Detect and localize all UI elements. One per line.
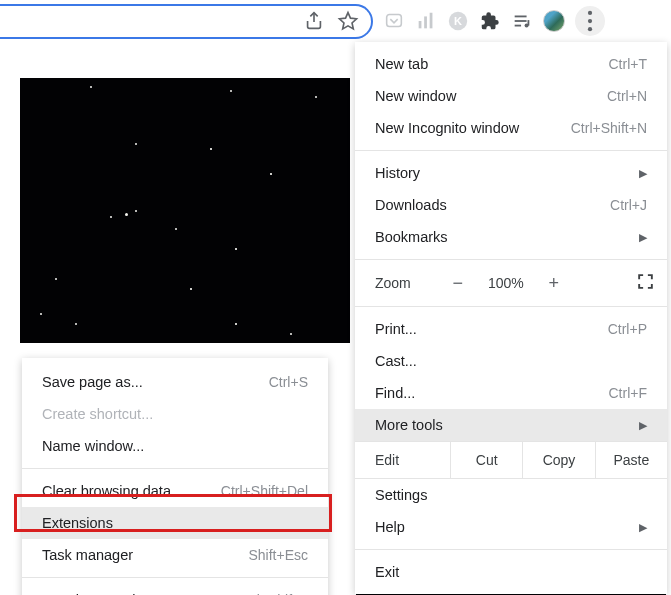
menu-new-incognito[interactable]: New Incognito window Ctrl+Shift+N [355, 112, 667, 144]
svg-point-14 [588, 27, 592, 31]
menu-label: Help [375, 519, 405, 535]
menu-more-tools[interactable]: More tools ▶ [355, 409, 667, 441]
fullscreen-icon[interactable] [636, 272, 655, 294]
browser-toolbar: K [0, 0, 671, 42]
copy-button[interactable]: Copy [522, 442, 594, 478]
menu-label: Exit [375, 564, 399, 580]
svg-rect-1 [387, 15, 402, 27]
chevron-right-icon: ▶ [639, 521, 647, 534]
submenu-developer-tools[interactable]: Developer tools Ctrl+Shift+I [22, 584, 328, 595]
page-content-image [20, 78, 350, 343]
menu-label: Settings [375, 487, 427, 503]
submenu-clear-browsing[interactable]: Clear browsing data... Ctrl+Shift+Del [22, 475, 328, 507]
menu-label: Find... [375, 385, 415, 401]
zoom-value: 100% [481, 275, 531, 291]
shortcut: Ctrl+Shift+N [571, 120, 647, 136]
menu-label: Extensions [42, 515, 113, 531]
menu-label: New window [375, 88, 456, 104]
shortcut: Ctrl+P [608, 321, 647, 337]
menu-new-window[interactable]: New window Ctrl+N [355, 80, 667, 112]
menu-label: Downloads [375, 197, 447, 213]
more-tools-submenu: Save page as... Ctrl+S Create shortcut..… [22, 358, 328, 595]
menu-label: Bookmarks [375, 229, 448, 245]
submenu-extensions[interactable]: Extensions [22, 507, 328, 539]
shortcut: Ctrl+T [609, 56, 648, 72]
star-icon[interactable] [337, 10, 359, 32]
chevron-right-icon: ▶ [639, 167, 647, 180]
menu-divider [22, 577, 328, 578]
chevron-right-icon: ▶ [639, 419, 647, 432]
zoom-label: Zoom [375, 275, 411, 291]
menu-label: New tab [375, 56, 428, 72]
k-circle-icon[interactable]: K [447, 10, 469, 32]
menu-downloads[interactable]: Downloads Ctrl+J [355, 189, 667, 221]
zoom-out-button[interactable]: − [443, 273, 473, 294]
menu-new-tab[interactable]: New tab Ctrl+T [355, 48, 667, 80]
puzzle-icon[interactable] [479, 10, 501, 32]
shortcut: Ctrl+N [607, 88, 647, 104]
menu-label: Clear browsing data... [42, 483, 183, 499]
menu-zoom: Zoom − 100% + [355, 266, 667, 300]
menu-bookmarks[interactable]: Bookmarks ▶ [355, 221, 667, 253]
submenu-save-page[interactable]: Save page as... Ctrl+S [22, 366, 328, 398]
svg-point-13 [588, 19, 592, 23]
submenu-task-manager[interactable]: Task manager Shift+Esc [22, 539, 328, 571]
shortcut: Ctrl+S [269, 374, 308, 390]
menu-exit[interactable]: Exit [355, 556, 667, 588]
menu-label: Cast... [375, 353, 417, 369]
menu-label: Print... [375, 321, 417, 337]
svg-text:K: K [454, 15, 462, 27]
shortcut: Shift+Esc [248, 547, 308, 563]
analytics-icon[interactable] [415, 10, 437, 32]
menu-label: Task manager [42, 547, 133, 563]
chevron-right-icon: ▶ [639, 231, 647, 244]
share-icon[interactable] [303, 10, 325, 32]
omnibox[interactable] [0, 4, 373, 39]
shortcut: Ctrl+J [610, 197, 647, 213]
svg-rect-4 [430, 13, 433, 29]
menu-history[interactable]: History ▶ [355, 157, 667, 189]
menu-label: More tools [375, 417, 443, 433]
menu-find[interactable]: Find... Ctrl+F [355, 377, 667, 409]
menu-label: Save page as... [42, 374, 143, 390]
svg-rect-3 [424, 16, 427, 28]
pocket-icon[interactable] [383, 10, 405, 32]
menu-divider [22, 468, 328, 469]
menu-divider [355, 259, 667, 260]
menu-label: Create shortcut... [42, 406, 153, 422]
svg-rect-2 [419, 21, 422, 28]
toolbar-icons: K [373, 6, 605, 36]
submenu-create-shortcut: Create shortcut... [22, 398, 328, 430]
menu-label: History [375, 165, 420, 181]
menu-divider [355, 549, 667, 550]
chrome-main-menu: New tab Ctrl+T New window Ctrl+N New Inc… [355, 42, 667, 594]
menu-cast[interactable]: Cast... [355, 345, 667, 377]
cut-button[interactable]: Cut [450, 442, 522, 478]
menu-label: New Incognito window [375, 120, 519, 136]
shortcut: Ctrl+Shift+Del [221, 483, 308, 499]
playlist-icon[interactable] [511, 10, 533, 32]
menu-print[interactable]: Print... Ctrl+P [355, 313, 667, 345]
paste-button[interactable]: Paste [595, 442, 667, 478]
menu-settings[interactable]: Settings [355, 479, 667, 511]
svg-marker-0 [339, 13, 356, 29]
menu-divider [355, 306, 667, 307]
edit-label: Edit [355, 442, 450, 478]
menu-label: Name window... [42, 438, 144, 454]
submenu-name-window[interactable]: Name window... [22, 430, 328, 462]
menu-dots-button[interactable] [575, 6, 605, 36]
profile-avatar[interactable] [543, 10, 565, 32]
menu-edit-row: Edit Cut Copy Paste [355, 441, 667, 479]
svg-point-12 [588, 11, 592, 15]
menu-help[interactable]: Help ▶ [355, 511, 667, 543]
zoom-in-button[interactable]: + [539, 273, 569, 294]
menu-divider [355, 150, 667, 151]
shortcut: Ctrl+F [609, 385, 648, 401]
